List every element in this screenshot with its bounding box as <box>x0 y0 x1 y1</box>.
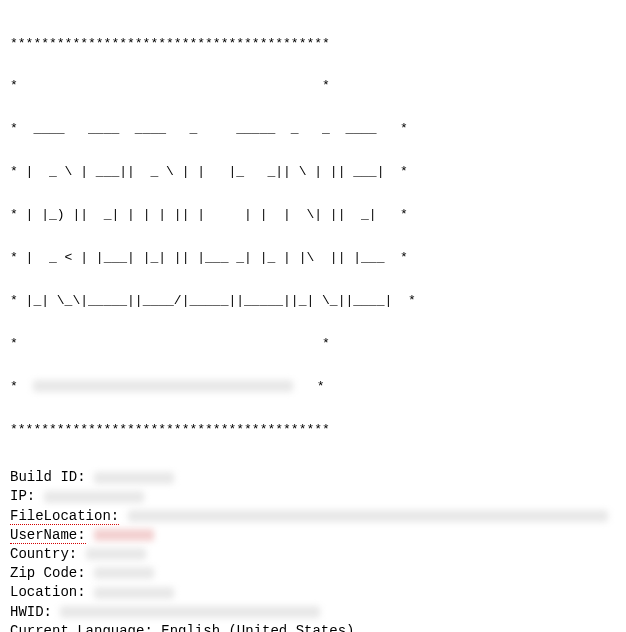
hwid-label: HWID: <box>10 604 52 620</box>
ip-value-redacted: x <box>44 491 144 503</box>
ip-label: IP: <box>10 488 35 504</box>
field-ip: IP: x <box>10 487 616 505</box>
banner-logo-line: * |_| \_\|_____||____/|_____||_____||_| … <box>10 294 616 308</box>
banner-blank-row: * * <box>10 337 616 351</box>
current-language-label: Current Language: <box>10 623 153 632</box>
country-label: Country: <box>10 546 77 562</box>
field-user-name: UserName: x <box>10 526 616 544</box>
banner-tag-redacted: x <box>33 380 293 392</box>
banner-logo-line: * | |_) || _| | | | || | | | | \| || _| … <box>10 208 616 222</box>
user-name-label: UserName: <box>10 527 86 544</box>
country-value-redacted: x <box>86 548 146 560</box>
ascii-banner: ****************************************… <box>10 8 616 451</box>
field-build-id: Build ID: x <box>10 468 616 486</box>
zip-code-value-redacted: x <box>94 567 154 579</box>
build-id-label: Build ID: <box>10 469 86 485</box>
field-current-language: Current Language: English (United States… <box>10 622 616 632</box>
location-value-redacted: x <box>94 587 174 599</box>
hwid-value-redacted: x <box>60 606 320 618</box>
current-language-value: English (United States) <box>161 623 354 632</box>
banner-logo-line: * | _ < | |___| |_| || |___ _| |_ | |\ |… <box>10 251 616 265</box>
field-hwid: HWID: x <box>10 603 616 621</box>
location-label: Location: <box>10 584 86 600</box>
build-id-value-redacted: x <box>94 472 174 484</box>
field-location: Location: x <box>10 583 616 601</box>
banner-tag-row: * x * <box>10 380 616 394</box>
file-location-value-redacted: x <box>128 510 608 522</box>
field-country: Country: x <box>10 545 616 563</box>
field-zip-code: Zip Code: x <box>10 564 616 582</box>
field-file-location: FileLocation: x <box>10 507 616 525</box>
zip-code-label: Zip Code: <box>10 565 86 581</box>
banner-stars-bottom: ****************************************… <box>10 423 616 437</box>
banner-blank-row: * * <box>10 79 616 93</box>
banner-logo-line: * | _ \ | ___|| _ \ | | |_ _|| \ | || __… <box>10 165 616 179</box>
file-location-label: FileLocation: <box>10 508 119 525</box>
user-name-value-redacted: x <box>94 529 154 541</box>
banner-logo-line: * ____ ____ ____ _ _____ _ _ ____ * <box>10 122 616 136</box>
banner-stars-top: ****************************************… <box>10 37 616 51</box>
